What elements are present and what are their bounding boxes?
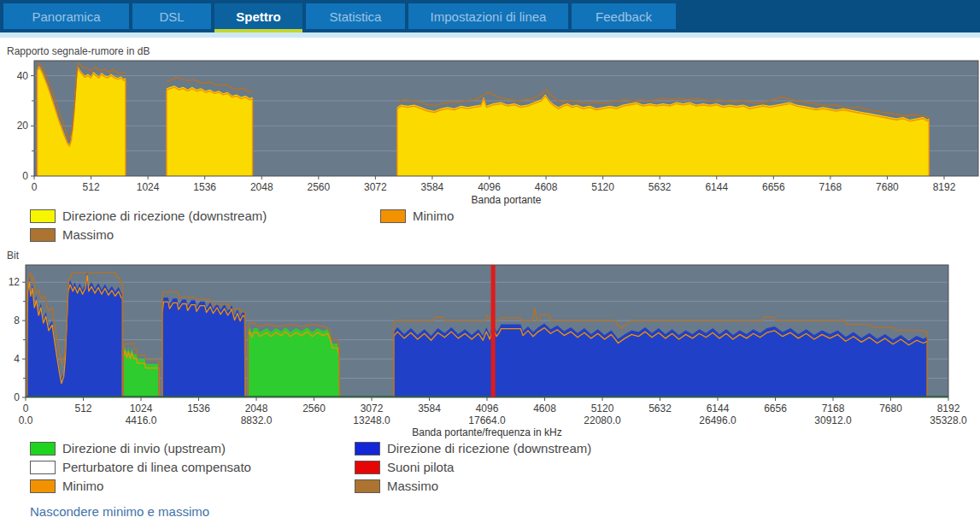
massimo-swatch: [30, 228, 56, 242]
tab-impostazioni-di-linea[interactable]: Impostazioni di linea: [408, 3, 568, 29]
downstream-snr-swatch: [30, 209, 56, 223]
svg-text:2048: 2048: [245, 403, 268, 414]
svg-text:30912.0: 30912.0: [814, 414, 852, 426]
svg-text:0.0: 0.0: [19, 414, 33, 426]
legend-item-downstream-bits: Direzione di ricezione (downstream): [355, 441, 591, 456]
svg-text:4096: 4096: [478, 181, 501, 193]
upstream-swatch: [30, 442, 56, 456]
svg-text:2048: 2048: [250, 181, 273, 193]
svg-text:6656: 6656: [762, 181, 785, 193]
legend-label: Perturbatore di linea compensato: [62, 460, 251, 474]
snr-legend: Direzione di ricezione (downstream) Mini…: [30, 209, 454, 242]
svg-text:4608: 4608: [535, 181, 558, 193]
svg-text:6144: 6144: [707, 403, 730, 414]
svg-text:0: 0: [23, 403, 29, 414]
legend-label: Massimo: [387, 479, 438, 493]
svg-text:7680: 7680: [879, 403, 902, 414]
tab-spettro[interactable]: Spettro: [214, 3, 302, 29]
svg-text:1536: 1536: [193, 181, 216, 193]
bit-chart-title: Bit: [7, 250, 980, 262]
svg-text:13248.0: 13248.0: [353, 414, 390, 426]
svg-text:4: 4: [14, 353, 20, 365]
svg-text:20: 20: [17, 120, 29, 132]
tab-bar: Panoramica DSL Spettro Statistica Impost…: [0, 0, 980, 32]
perturbatore-swatch: [30, 461, 56, 474]
svg-text:3584: 3584: [418, 403, 441, 414]
svg-text:2560: 2560: [302, 403, 326, 414]
svg-text:3072: 3072: [361, 403, 384, 414]
svg-text:5632: 5632: [648, 403, 672, 414]
legend-label: Massimo: [62, 227, 114, 242]
svg-text:35328.0: 35328.0: [930, 414, 967, 426]
svg-text:1024: 1024: [137, 181, 160, 193]
svg-text:8192: 8192: [937, 403, 960, 414]
hide-min-max-link[interactable]: Nascondere minimo e massimo: [30, 504, 209, 519]
svg-text:Banda portante/frequenza in kH: Banda portante/frequenza in kHz: [412, 426, 561, 438]
svg-text:22080.0: 22080.0: [584, 414, 621, 426]
legend-label: Suoni pilota: [387, 460, 454, 474]
suoni-pilota-swatch: [355, 461, 380, 474]
legend-label: Minimo: [413, 209, 454, 223]
legend-label: Direzione di ricezione (downstream): [387, 441, 591, 456]
svg-text:512: 512: [83, 181, 100, 193]
massimo-swatch: [355, 479, 380, 493]
svg-text:8: 8: [14, 314, 20, 326]
svg-text:5632: 5632: [648, 181, 672, 193]
svg-text:5120: 5120: [591, 181, 614, 193]
svg-text:0: 0: [32, 181, 38, 193]
svg-text:0: 0: [22, 170, 28, 182]
tab-dsl[interactable]: DSL: [132, 3, 211, 29]
svg-text:2560: 2560: [307, 181, 330, 193]
svg-text:6144: 6144: [705, 181, 728, 193]
legend-item-massimo-bits: Massimo: [355, 479, 591, 493]
downstream-bits-swatch: [355, 442, 380, 456]
legend-label: Minimo: [62, 479, 103, 493]
svg-text:26496.0: 26496.0: [699, 414, 736, 426]
svg-text:17664.0: 17664.0: [468, 414, 506, 426]
tabbar-divider: [0, 32, 980, 38]
svg-text:4416.0: 4416.0: [126, 414, 157, 426]
legend-item-minimo-snr: Minimo: [380, 209, 454, 223]
svg-text:4608: 4608: [533, 403, 556, 414]
tab-statistica[interactable]: Statistica: [306, 3, 405, 29]
snr-chart: 0512102415362048256030723584409646085120…: [0, 59, 980, 206]
svg-text:512: 512: [74, 403, 91, 414]
svg-text:3584: 3584: [421, 181, 444, 193]
svg-text:12: 12: [9, 276, 21, 288]
legend-item-minimo-bits: Minimo: [30, 479, 355, 493]
legend-item-perturbatore: Perturbatore di linea compensato: [30, 460, 355, 474]
svg-text:0: 0: [14, 391, 20, 403]
svg-text:7168: 7168: [819, 181, 842, 193]
svg-text:8192: 8192: [933, 181, 956, 193]
snr-chart-title: Rapporto segnale-rumore in dB: [7, 45, 980, 57]
legend-item-downstream-snr: Direzione di ricezione (downstream): [30, 209, 380, 223]
legend-item-suoni-pilota: Suoni pilota: [355, 460, 591, 474]
minimo-swatch: [380, 209, 406, 223]
bit-chart: 0512102415362048256030723584409646085120…: [0, 263, 980, 438]
svg-text:5120: 5120: [591, 403, 614, 414]
svg-text:6656: 6656: [764, 403, 787, 414]
svg-text:40: 40: [17, 70, 29, 82]
legend-item-massimo-snr: Massimo: [30, 227, 380, 242]
legend-label: Direzione di invio (upstream): [62, 441, 226, 456]
svg-text:7168: 7168: [822, 403, 845, 414]
legend-label: Direzione di ricezione (downstream): [62, 209, 267, 223]
svg-text:1024: 1024: [130, 403, 153, 414]
svg-text:7680: 7680: [876, 181, 899, 193]
tab-panoramica[interactable]: Panoramica: [3, 3, 129, 29]
svg-text:4096: 4096: [476, 403, 499, 414]
minimo-swatch: [30, 479, 56, 493]
legend-item-upstream-bits: Direzione di invio (upstream): [30, 441, 355, 456]
svg-text:3072: 3072: [364, 181, 387, 193]
svg-text:8832.0: 8832.0: [241, 414, 273, 426]
svg-text:1536: 1536: [187, 403, 210, 414]
svg-text:Banda portante: Banda portante: [471, 194, 541, 206]
bit-legend: Direzione di invio (upstream) Direzione …: [30, 441, 591, 493]
tab-feedback[interactable]: Feedback: [572, 3, 676, 29]
